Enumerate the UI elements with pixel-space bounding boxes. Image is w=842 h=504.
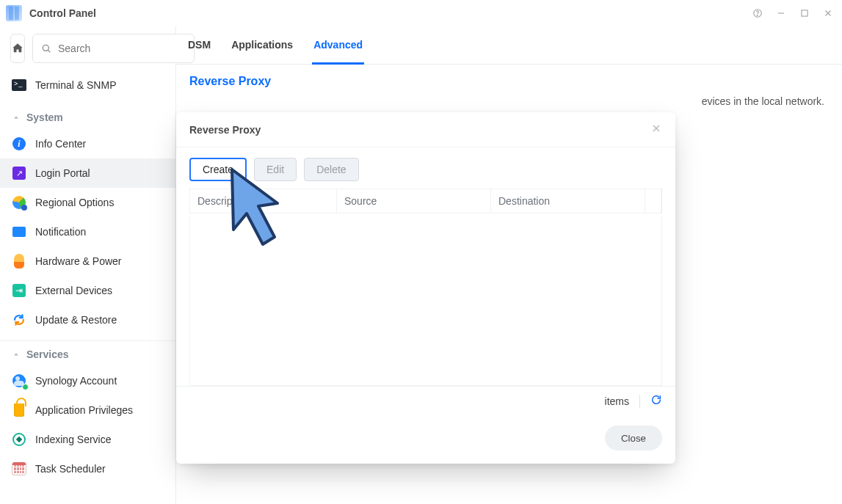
sidebar-item-label: Synology Account bbox=[35, 375, 164, 387]
search-field[interactable] bbox=[32, 34, 195, 63]
minimize-button[interactable] bbox=[773, 5, 789, 21]
sidebar-item-label: Task Scheduler bbox=[35, 463, 164, 475]
lock-icon bbox=[12, 403, 26, 417]
sidebar-item-external-devices[interactable]: External Devices bbox=[0, 276, 175, 305]
maximize-button[interactable] bbox=[796, 5, 813, 21]
app-window: Control Panel Terminal & SNMP bbox=[0, 0, 842, 504]
sidebar-item-label: Login Portal bbox=[35, 167, 164, 179]
sidebar-section-system[interactable]: System bbox=[0, 104, 175, 129]
login-portal-icon bbox=[12, 166, 26, 180]
update-restore-icon bbox=[12, 313, 26, 327]
tab-dsm[interactable]: DSM bbox=[186, 26, 212, 64]
sidebar-item-synology-account[interactable]: Synology Account bbox=[0, 366, 175, 395]
sidebar: Terminal & SNMP System Info Center Login… bbox=[0, 26, 176, 504]
col-source[interactable]: Source bbox=[337, 189, 491, 213]
svg-point-1 bbox=[757, 15, 758, 15]
bulb-icon bbox=[12, 254, 26, 269]
refresh-button[interactable] bbox=[650, 394, 662, 408]
sidebar-item-label: Hardware & Power bbox=[35, 255, 164, 267]
refresh-icon bbox=[650, 394, 662, 406]
section-label: System bbox=[26, 112, 63, 123]
sidebar-item-notification[interactable]: Notification bbox=[0, 217, 175, 246]
indexing-icon bbox=[12, 432, 26, 447]
terminal-icon bbox=[12, 78, 26, 92]
tab-applications[interactable]: Applications bbox=[230, 26, 294, 64]
sidebar-item-label: Regional Options bbox=[35, 197, 164, 208]
sidebar-item-login-portal[interactable]: Login Portal bbox=[0, 158, 175, 188]
divider bbox=[639, 395, 640, 408]
close-button[interactable]: Close bbox=[605, 426, 662, 450]
account-icon bbox=[12, 373, 26, 388]
globe-icon bbox=[12, 195, 26, 210]
col-description[interactable]: Description bbox=[190, 189, 337, 213]
section-label: Services bbox=[26, 348, 69, 360]
sidebar-item-label: Update & Restore bbox=[35, 314, 164, 326]
sidebar-item-label: External Devices bbox=[35, 285, 164, 296]
help-button[interactable] bbox=[750, 5, 766, 21]
titlebar: Control Panel bbox=[0, 0, 842, 26]
section-description-partial: evices in the local network. bbox=[176, 88, 842, 107]
sidebar-item-label: Terminal & SNMP bbox=[35, 79, 164, 91]
tab-advanced[interactable]: Advanced bbox=[312, 26, 364, 65]
svg-rect-3 bbox=[802, 10, 807, 16]
reverse-proxy-dialog: Reverse Proxy Create Edit Delete Descrip… bbox=[176, 112, 675, 464]
edit-button[interactable]: Edit bbox=[254, 158, 297, 181]
tabs: DSM Applications Advanced bbox=[176, 26, 842, 65]
svg-line-7 bbox=[48, 50, 50, 52]
calendar-icon bbox=[12, 461, 26, 476]
sidebar-item-label: Application Privileges bbox=[35, 404, 164, 416]
section-title-text: Reverse Proxy bbox=[189, 75, 829, 88]
sidebar-item-label: Info Center bbox=[35, 138, 164, 150]
sidebar-item-application-privileges[interactable]: Application Privileges bbox=[0, 395, 175, 425]
search-icon bbox=[40, 43, 52, 54]
chevron-up-icon bbox=[12, 113, 21, 122]
sidebar-item-hardware-power[interactable]: Hardware & Power bbox=[0, 246, 175, 276]
home-button[interactable] bbox=[10, 34, 25, 63]
app-icon bbox=[6, 5, 22, 21]
window-title: Control Panel bbox=[29, 7, 96, 19]
section-title: Reverse Proxy bbox=[176, 65, 842, 88]
sidebar-item-label: Notification bbox=[35, 226, 164, 238]
sidebar-item-label: Indexing Service bbox=[35, 434, 164, 445]
sidebar-item-info-center[interactable]: Info Center bbox=[0, 129, 175, 158]
sidebar-item-indexing-service[interactable]: Indexing Service bbox=[0, 425, 175, 454]
chat-icon bbox=[12, 224, 26, 239]
sidebar-item-update-restore[interactable]: Update & Restore bbox=[0, 305, 175, 335]
items-label: items bbox=[605, 395, 629, 407]
section-desc-tail: evices in the local network. bbox=[702, 95, 824, 107]
sidebar-item-task-scheduler[interactable]: Task Scheduler bbox=[0, 454, 175, 483]
close-window-button[interactable] bbox=[820, 5, 836, 21]
table-body-empty bbox=[190, 216, 661, 385]
dialog-status-bar: items bbox=[176, 386, 675, 415]
dialog-title: Reverse Proxy bbox=[189, 124, 261, 136]
sidebar-section-services[interactable]: Services bbox=[0, 340, 175, 366]
main: DSM Applications Advanced Reverse Proxy … bbox=[176, 26, 842, 504]
sidebar-item-regional-options[interactable]: Regional Options bbox=[0, 188, 175, 217]
svg-point-6 bbox=[43, 45, 48, 51]
table bbox=[189, 216, 662, 386]
info-icon bbox=[12, 136, 26, 151]
dialog-close-icon[interactable] bbox=[650, 123, 662, 136]
col-destination[interactable]: Destination bbox=[491, 189, 645, 213]
sidebar-item-terminal-snmp[interactable]: Terminal & SNMP bbox=[0, 70, 175, 100]
chevron-up-icon bbox=[12, 350, 21, 359]
col-tail bbox=[645, 189, 661, 213]
table-header: Description Source Destination bbox=[189, 189, 662, 213]
external-icon bbox=[12, 283, 26, 298]
search-input[interactable] bbox=[58, 43, 186, 54]
create-button[interactable]: Create bbox=[189, 158, 247, 181]
delete-button[interactable]: Delete bbox=[304, 158, 358, 181]
